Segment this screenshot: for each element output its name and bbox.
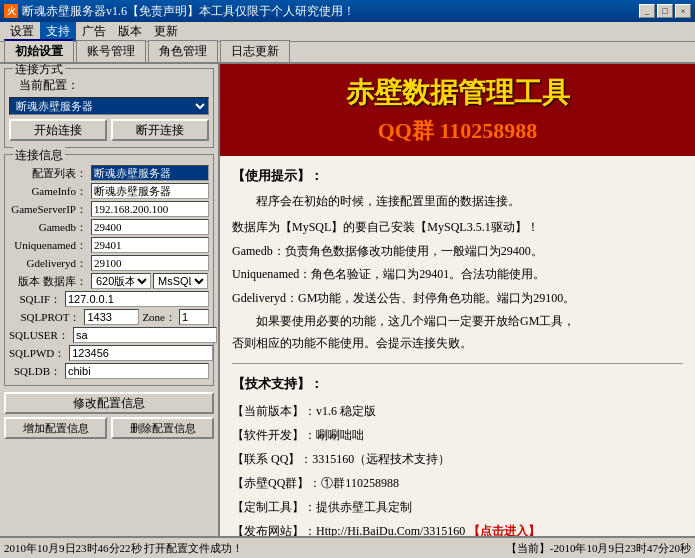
tech-row-4: 【定制工具】： 提供赤壁工具定制 <box>232 495 683 519</box>
sqluser-input[interactable] <box>73 327 217 343</box>
connect-group: 连接方式 当前配置： 断魂赤壁服务器 开始连接 断开连接 <box>4 68 214 148</box>
config-select[interactable]: 断魂赤壁服务器 <box>9 97 209 115</box>
tech-key-5: 【发布网站】： <box>232 519 316 536</box>
window-title: 断魂赤壁服务器v1.6【免责声明】本工具仅限于个人研究使用！ <box>22 3 355 20</box>
gamedb-label: Gamedb： <box>9 220 91 235</box>
version-select[interactable]: 620版本 <box>91 273 151 289</box>
tech-key-4: 【定制工具】： <box>232 495 316 519</box>
sqlprot-input[interactable] <box>84 309 139 325</box>
gameinfo-label: GameInfo： <box>9 184 91 199</box>
tips-title: 【使用提示】： <box>232 164 683 187</box>
tips-body6: 如果要使用必要的功能，这几个端口一定要开放给GM工具， <box>232 311 683 333</box>
tech-val-3: ①群110258988 <box>321 471 399 495</box>
sqlif-label: SQLIF： <box>9 292 65 307</box>
sqlpwd-label: SQLPWD： <box>9 346 69 361</box>
config-list-value: 断魂赤壁服务器 <box>91 165 209 181</box>
tech-info: 【当前版本】： v1.6 稳定版 【软件开发】： 唰唰咄咄 【联系 QQ】： 3… <box>232 399 683 536</box>
tech-title: 【技术支持】： <box>232 372 683 395</box>
info-group: 连接信息 配置列表： 断魂赤壁服务器 GameInfo： 断魂赤壁服务器 Gam… <box>4 154 214 386</box>
restore-button[interactable]: □ <box>657 4 673 18</box>
gameserverip-value: 192.168.200.100 <box>91 201 209 217</box>
modify-config-button[interactable]: 修改配置信息 <box>4 392 214 414</box>
gameinfo-value: 断魂赤壁服务器 <box>91 183 209 199</box>
config-list-label: 配置列表： <box>9 166 91 181</box>
window-controls: _ □ × <box>639 4 691 18</box>
start-connect-button[interactable]: 开始连接 <box>9 119 107 141</box>
sqlif-input[interactable] <box>65 291 209 307</box>
status-right: 【当前】-2010年10月9日23时47分20秒 <box>506 541 691 556</box>
tab-role[interactable]: 角色管理 <box>148 40 218 62</box>
sqluser-label: SQLUSER： <box>9 328 73 343</box>
tech-row-5: 【发布网站】： Http://Hi.BaiDu.Com/3315160 【点击进… <box>232 519 683 536</box>
tips-section: 【使用提示】： 程序会在初始的时候，连接配置里面的数据连接。 数据库为【MySQ… <box>232 164 683 355</box>
add-config-button[interactable]: 增加配置信息 <box>4 417 107 439</box>
header-title: 赤壁数据管理工具 <box>240 74 675 112</box>
tech-key-1: 【软件开发】： <box>232 423 316 447</box>
delete-config-button[interactable]: 删除配置信息 <box>111 417 214 439</box>
uniquenamed-value: 29401 <box>91 237 209 253</box>
connect-group-label: 连接方式 <box>13 64 65 78</box>
version-label: 版本 数据库： <box>9 274 91 289</box>
status-bar: 2010年10月9日23时46分22秒 打开配置文件成功！ 【当前】-2010年… <box>0 536 695 558</box>
menu-ads[interactable]: 广告 <box>76 22 112 41</box>
tech-key-2: 【联系 QQ】： <box>232 447 312 471</box>
db-select[interactable]: MsSQL库 <box>153 273 208 289</box>
tab-log[interactable]: 日志更新 <box>220 40 290 62</box>
zone-input[interactable] <box>179 309 209 325</box>
right-header: 赤壁数据管理工具 QQ群 110258988 <box>220 64 695 156</box>
menu-bar: 设置 支持 广告 版本 更新 <box>0 22 695 42</box>
gdeliveryd-label: Gdeliveryd： <box>9 256 91 271</box>
sqlpwd-input[interactable] <box>69 345 213 361</box>
close-button[interactable]: × <box>675 4 691 18</box>
current-config-label: 当前配置： <box>9 77 79 94</box>
right-panel: 赤壁数据管理工具 QQ群 110258988 【使用提示】： 程序会在初始的时候… <box>220 64 695 536</box>
title-bar: 火 断魂赤壁服务器v1.6【免责声明】本工具仅限于个人研究使用！ _ □ × <box>0 0 695 22</box>
gdeliveryd-value: 29100 <box>91 255 209 271</box>
tech-val-5a: Http://Hi.BaiDu.Com/3315160 <box>316 524 468 536</box>
sqldb-input[interactable] <box>65 363 209 379</box>
tips-body5: Gdeliveryd：GM功能，发送公告、封停角色功能。端口为29100。 <box>232 288 683 310</box>
tips-body4: Uniquenamed：角色名验证，端口为29401。合法功能使用。 <box>232 264 683 286</box>
uniquenamed-label: Uniquenamed： <box>9 238 91 253</box>
menu-update[interactable]: 更新 <box>148 22 184 41</box>
tips-body1: 程序会在初始的时候，连接配置里面的数据连接。 <box>232 191 683 213</box>
tab-initial[interactable]: 初始设置 <box>4 39 74 62</box>
tech-val-4: 提供赤壁工具定制 <box>316 495 412 519</box>
header-subtitle: QQ群 110258988 <box>240 116 675 146</box>
gamedb-value: 29400 <box>91 219 209 235</box>
gameserverip-label: GameServerIP： <box>9 202 91 217</box>
zone-label: Zone： <box>139 310 179 325</box>
tech-key-0: 【当前版本】： <box>232 399 316 423</box>
tabs-bar: 初始设置 账号管理 角色管理 日志更新 <box>0 42 695 64</box>
info-group-label: 连接信息 <box>13 147 65 164</box>
tech-key-3: 【赤壁QQ群】： <box>232 471 321 495</box>
tech-row-0: 【当前版本】： v1.6 稳定版 <box>232 399 683 423</box>
left-panel: 连接方式 当前配置： 断魂赤壁服务器 开始连接 断开连接 连接信息 配置列表： <box>0 64 220 536</box>
main-content: 连接方式 当前配置： 断魂赤壁服务器 开始连接 断开连接 连接信息 配置列表： <box>0 64 695 536</box>
tech-row-2: 【联系 QQ】： 3315160（远程技术支持） <box>232 447 683 471</box>
tab-account[interactable]: 账号管理 <box>76 40 146 62</box>
tech-val-0: v1.6 稳定版 <box>316 399 376 423</box>
tech-section: 【技术支持】： 【当前版本】： v1.6 稳定版 【软件开发】： 唰唰咄咄 【联… <box>232 372 683 536</box>
tech-val-2: 3315160（远程技术支持） <box>312 447 450 471</box>
app-icon: 火 <box>4 4 18 18</box>
sqlprot-label: SQLPROT： <box>9 310 84 325</box>
tips-body7: 否则相应的功能不能使用。会提示连接失败。 <box>232 333 683 355</box>
right-body: 【使用提示】： 程序会在初始的时候，连接配置里面的数据连接。 数据库为【MySQ… <box>220 156 695 536</box>
tech-val-1: 唰唰咄咄 <box>316 423 364 447</box>
sqldb-label: SQLDB： <box>9 364 65 379</box>
tech-val-5b-link[interactable]: 【点击进入】 <box>468 524 540 536</box>
tech-row-1: 【软件开发】： 唰唰咄咄 <box>232 423 683 447</box>
tips-body3: Gamedb：负责角色数据修改功能使用，一般端口为29400。 <box>232 241 683 263</box>
tech-val-5: Http://Hi.BaiDu.Com/3315160 【点击进入】 <box>316 519 540 536</box>
menu-version[interactable]: 版本 <box>112 22 148 41</box>
stop-connect-button[interactable]: 断开连接 <box>111 119 209 141</box>
minimize-button[interactable]: _ <box>639 4 655 18</box>
tips-body2: 数据库为【MySQL】的要自己安装【MySQL3.5.1驱动】！ <box>232 217 683 239</box>
status-left: 2010年10月9日23时46分22秒 打开配置文件成功！ <box>4 541 506 556</box>
tech-row-3: 【赤壁QQ群】： ①群110258988 <box>232 471 683 495</box>
